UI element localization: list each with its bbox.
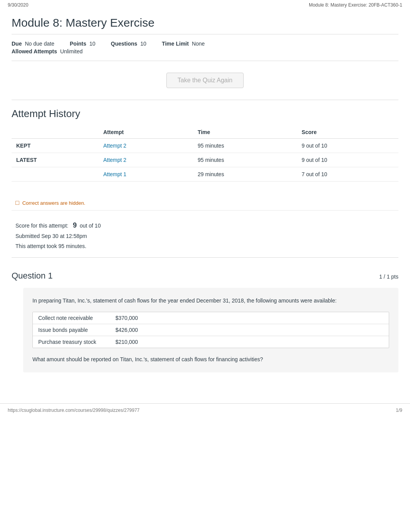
questions-label: Questions (111, 41, 137, 47)
notice-icon: □ (15, 199, 19, 206)
col-header-attempt: Attempt (98, 126, 193, 139)
time-2: 95 minutes (193, 153, 297, 167)
question-pts: 1 / 1 pts (379, 274, 398, 280)
time-line: This attempt took 95 minutes. (15, 241, 395, 251)
question-body: In preparing Titan, Inc.'s, statement of… (23, 288, 398, 372)
data-row-3: Purchase treasury stock $210,000 (33, 336, 389, 348)
footer-url: https://csuglobal.instructure.com/course… (8, 408, 140, 413)
data-label-2: Issue bonds payable (33, 324, 110, 336)
time-limit-value: None (192, 41, 205, 47)
top-bar-title: Module 8: Mastery Exercise: 20FB-ACT360-… (309, 2, 402, 8)
points-label: Points (70, 41, 86, 47)
footer-page: 1/9 (396, 408, 402, 413)
take-quiz-button[interactable]: Take the Quiz Again (166, 73, 244, 88)
col-header-label (12, 126, 98, 139)
question-bottom-text: What amount should be reported on Titan,… (32, 355, 389, 364)
table-row: Attempt 1 29 minutes 7 out of 10 (12, 167, 398, 182)
attempt-info: Score for this attempt: 9 out of 10 Subm… (12, 215, 398, 258)
question-section: Question 1 1 / 1 pts In preparing Titan,… (12, 267, 398, 372)
points-value: 10 (90, 41, 96, 47)
table-row: LATEST Attempt 2 95 minutes 9 out of 10 (12, 153, 398, 167)
col-header-score: Score (297, 126, 398, 139)
score-total: out of 10 (80, 223, 101, 229)
attempt-link-1[interactable]: Attempt 2 (98, 139, 193, 153)
notice-text: Correct answers are hidden. (22, 200, 85, 206)
data-value-1: $370,000 (110, 312, 145, 324)
take-quiz-section: Take the Quiz Again (12, 61, 398, 100)
time-limit-label: Time Limit (162, 41, 189, 47)
time-1: 95 minutes (193, 139, 297, 153)
data-label-3: Purchase treasury stock (33, 336, 110, 348)
data-value-2: $426,000 (110, 324, 145, 336)
question-data-table: Collect note receivable $370,000 Issue b… (32, 312, 389, 348)
attempt-history-section: Attempt History Attempt Time Score KEPT … (12, 100, 398, 193)
page-title: Module 8: Mastery Exercise (12, 10, 398, 34)
footer-bar: https://csuglobal.instructure.com/course… (0, 403, 410, 417)
correct-answers-notice: □ Correct answers are hidden. (12, 193, 398, 211)
question-title: Question 1 (12, 271, 53, 281)
data-row-1: Collect note receivable $370,000 (33, 312, 389, 324)
question-header: Question 1 1 / 1 pts (12, 267, 398, 285)
data-label-1: Collect note receivable (33, 312, 110, 324)
score-value: 9 (73, 221, 77, 229)
due-label: Due (12, 41, 22, 47)
due-value: No due date (25, 41, 54, 47)
attempt-history-title: Attempt History (12, 108, 398, 120)
col-header-time: Time (193, 126, 297, 139)
score-line: Score for this attempt: 9 out of 10 (15, 219, 395, 231)
row-label-1: KEPT (12, 139, 98, 153)
data-row-2: Issue bonds payable $426,000 (33, 324, 389, 336)
data-value-3: $210,000 (110, 336, 145, 348)
attempt-link-3[interactable]: Attempt 1 (98, 167, 193, 182)
questions-value: 10 (141, 41, 147, 47)
score-3: 7 out of 10 (297, 167, 398, 182)
question-intro-text: In preparing Titan, Inc.'s, statement of… (32, 296, 389, 305)
allowed-attempts-value: Unlimited (60, 48, 83, 54)
attempt-link-2[interactable]: Attempt 2 (98, 153, 193, 167)
top-bar-date: 9/30/2020 (8, 2, 28, 8)
allowed-attempts-label: Allowed Attempts (12, 48, 57, 54)
row-label-3 (12, 167, 98, 182)
time-3: 29 minutes (193, 167, 297, 182)
score-1: 9 out of 10 (297, 139, 398, 153)
quiz-meta: Due No due date Points 10 Questions 10 T… (12, 34, 398, 61)
score-2: 9 out of 10 (297, 153, 398, 167)
submitted-line: Submitted Sep 30 at 12:58pm (15, 231, 395, 241)
score-label: Score for this attempt: (15, 223, 68, 229)
row-label-2: LATEST (12, 153, 98, 167)
table-row: KEPT Attempt 2 95 minutes 9 out of 10 (12, 139, 398, 153)
attempt-history-table: Attempt Time Score KEPT Attempt 2 95 min… (12, 126, 398, 182)
